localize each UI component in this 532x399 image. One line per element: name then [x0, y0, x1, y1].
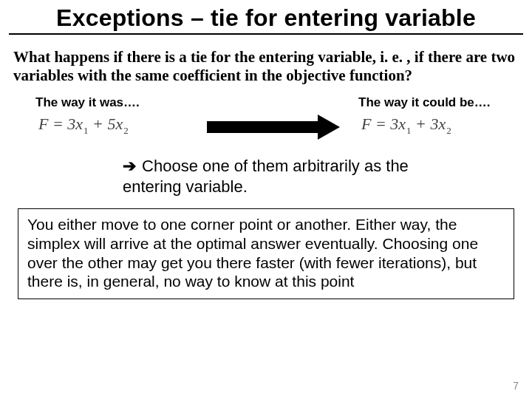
- arrow-icon: [196, 95, 351, 140]
- formula-lhs: F: [361, 115, 371, 133]
- choose-text: ➔ Choose one of them arbitrarily as the …: [123, 156, 440, 197]
- slide: Exceptions – tie for entering variable W…: [0, 0, 532, 399]
- left-caption: The way it was….: [35, 95, 196, 110]
- formula-c1: 3: [390, 115, 398, 133]
- formula-right: F = 3x1 + 3x2: [358, 115, 519, 136]
- page-number: 7: [513, 380, 519, 392]
- arrow-head: [318, 115, 340, 140]
- formula-c2: 3: [430, 115, 438, 133]
- formula-v2: x: [115, 115, 123, 133]
- left-column: The way it was…. F = 3x1 + 5x2: [13, 95, 196, 136]
- slide-title: Exceptions – tie for entering variable: [9, 0, 523, 35]
- arrow-bullet-icon: ➔: [123, 157, 136, 175]
- choose-body: Choose one of them arbitrarily as the en…: [123, 157, 409, 196]
- explanation-text: You either move to one corner point or a…: [27, 216, 478, 290]
- explanation-box: You either move to one corner point or a…: [18, 208, 514, 299]
- formula-s1: 1: [406, 125, 412, 136]
- formula-s1: 1: [83, 125, 89, 136]
- right-caption: The way it could be….: [358, 95, 519, 110]
- right-column: The way it could be…. F = 3x1 + 3x2: [351, 95, 519, 136]
- formula-v2: x: [438, 115, 446, 133]
- formula-left: F = 3x1 + 5x2: [35, 115, 196, 136]
- formula-c2: 5: [107, 115, 115, 133]
- comparison-row: The way it was…. F = 3x1 + 5x2 The way i…: [13, 95, 519, 140]
- formula-lhs: F: [38, 115, 48, 133]
- formula-v1: x: [398, 115, 406, 133]
- formula-c1: 3: [67, 115, 75, 133]
- formula-s2: 2: [446, 125, 451, 136]
- arrow-shaft: [207, 121, 318, 133]
- formula-s2: 2: [123, 125, 129, 136]
- question-text: What happens if there is a tie for the e…: [13, 48, 519, 85]
- formula-v1: x: [75, 115, 83, 133]
